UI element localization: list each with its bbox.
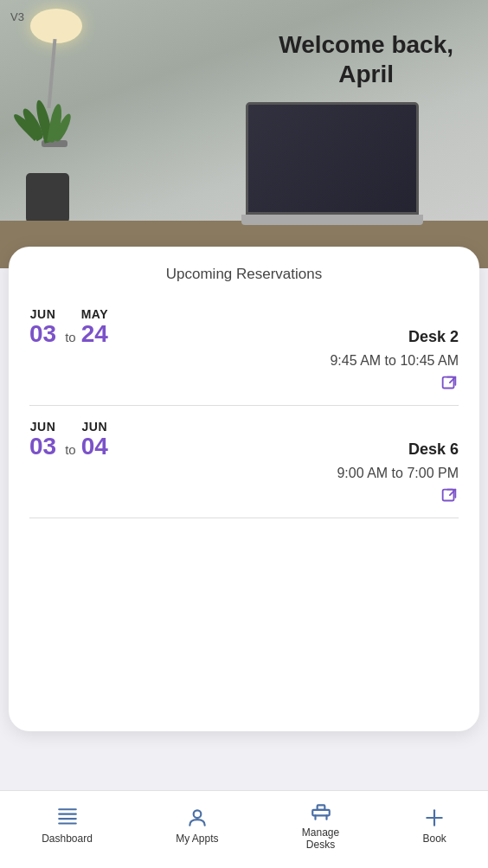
- svg-point-8: [193, 810, 201, 818]
- reservation-item: JUN 03 to MAY 24 Desk 2 9:45 AM to 10:45…: [29, 299, 459, 406]
- svg-rect-0: [443, 376, 454, 388]
- dashboard-icon: [56, 807, 79, 829]
- svg-rect-12: [317, 805, 324, 809]
- reservation-item: JUN 03 to JUN 04 Desk 6 9:00 AM to 7:00 …: [29, 411, 459, 518]
- from-month: JUN: [30, 307, 56, 321]
- to-month: JUN: [81, 420, 107, 434]
- to-day: 04: [81, 434, 108, 460]
- bottom-navigation: Dashboard My Appts Manage Desks Book: [0, 790, 488, 868]
- desk-name: Desk 6: [408, 440, 459, 460]
- main-card: Upcoming Reservations JUN 03 to MAY 24 D…: [9, 247, 479, 731]
- nav-manage-desks-label: Manage Desks: [302, 826, 339, 851]
- reservation-dates-row: JUN 03 to MAY 24 Desk 2: [29, 307, 459, 348]
- nav-my-appts-label: My Appts: [176, 833, 218, 845]
- time-row: 9:45 AM to 10:45 AM: [29, 353, 459, 369]
- nav-manage-desks[interactable]: Manage Desks: [288, 794, 353, 858]
- external-link-button[interactable]: [29, 486, 459, 505]
- from-day: 03: [29, 321, 56, 348]
- nav-my-appts[interactable]: My Appts: [162, 800, 232, 852]
- time-text: 9:00 AM to 7:00 PM: [337, 466, 459, 481]
- section-title: Upcoming Reservations: [29, 266, 459, 283]
- to-month: MAY: [81, 307, 108, 321]
- external-link-button[interactable]: [29, 374, 459, 393]
- nav-book[interactable]: Book: [408, 800, 459, 852]
- person-icon: [186, 807, 209, 829]
- nav-dashboard-label: Dashboard: [42, 833, 93, 845]
- plant-decoration: [26, 173, 69, 225]
- time-text: 9:45 AM to 10:45 AM: [330, 353, 459, 369]
- to-day: 24: [81, 321, 108, 348]
- from-date-group: JUN 03: [29, 307, 56, 348]
- nav-book-label: Book: [422, 833, 446, 845]
- from-month: JUN: [30, 420, 56, 434]
- desk-name: Desk 2: [408, 328, 459, 348]
- desks-icon: [310, 800, 332, 823]
- hero-section: V3 Welcome back, April: [0, 0, 488, 268]
- to-separator: to: [65, 330, 76, 348]
- from-date-group: JUN 03: [29, 420, 56, 460]
- svg-rect-2: [443, 489, 454, 500]
- laptop-decoration: [246, 102, 436, 225]
- from-day: 03: [29, 434, 56, 460]
- welcome-heading: Welcome back, April: [279, 30, 453, 88]
- nav-dashboard[interactable]: Dashboard: [28, 800, 106, 852]
- welcome-text: Welcome back, April: [279, 30, 453, 88]
- to-separator: to: [65, 442, 76, 460]
- version-label: V3: [10, 10, 24, 23]
- to-date-group: JUN 04: [81, 420, 108, 460]
- plus-icon: [423, 807, 446, 829]
- reservation-dates-row: JUN 03 to JUN 04 Desk 6: [29, 420, 459, 460]
- to-date-group: MAY 24: [81, 307, 108, 348]
- time-row: 9:00 AM to 7:00 PM: [29, 466, 459, 481]
